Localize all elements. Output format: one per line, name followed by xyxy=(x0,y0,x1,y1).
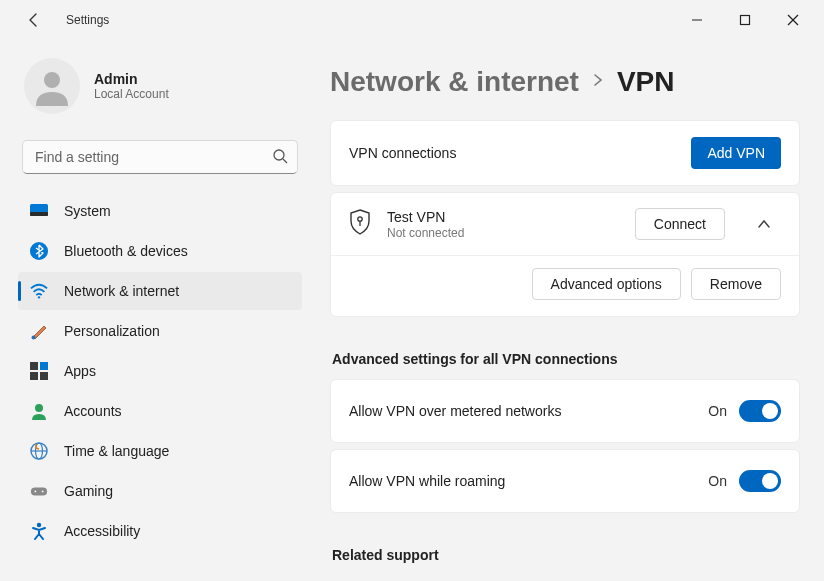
main-content: Network & internet VPN VPN connections A… xyxy=(308,40,824,581)
metered-setting-card: Allow VPN over metered networks On xyxy=(330,379,800,443)
vpn-status: Not connected xyxy=(387,226,619,240)
maximize-button[interactable] xyxy=(722,4,768,36)
apps-icon xyxy=(30,362,48,380)
sidebar-item-label: Apps xyxy=(64,363,96,379)
sidebar-item-system[interactable]: System xyxy=(18,192,302,230)
sidebar-item-network[interactable]: Network & internet xyxy=(18,272,302,310)
sidebar-item-apps[interactable]: Apps xyxy=(18,352,302,390)
vpn-connections-label: VPN connections xyxy=(349,145,456,161)
vpn-item: Test VPN Not connected Connect Advanced … xyxy=(330,192,800,317)
remove-button[interactable]: Remove xyxy=(691,268,781,300)
profile-name: Admin xyxy=(94,71,169,87)
sidebar-item-label: Bluetooth & devices xyxy=(64,243,188,259)
sidebar-item-bluetooth[interactable]: Bluetooth & devices xyxy=(18,232,302,270)
sidebar-item-time-language[interactable]: Time & language xyxy=(18,432,302,470)
metered-state-text: On xyxy=(708,403,727,419)
arrow-left-icon xyxy=(26,12,42,28)
advanced-options-button[interactable]: Advanced options xyxy=(532,268,681,300)
vpn-name: Test VPN xyxy=(387,209,619,225)
search-input[interactable] xyxy=(22,140,298,174)
sidebar-item-label: Gaming xyxy=(64,483,113,499)
close-button[interactable] xyxy=(770,4,816,36)
roaming-toggle[interactable] xyxy=(739,470,781,492)
close-icon xyxy=(787,14,799,26)
sidebar-item-label: Accessibility xyxy=(64,523,140,539)
svg-point-24 xyxy=(358,217,362,221)
back-button[interactable] xyxy=(22,8,46,32)
sidebar-item-gaming[interactable]: Gaming xyxy=(18,472,302,510)
svg-rect-14 xyxy=(30,372,38,380)
svg-point-10 xyxy=(38,296,40,298)
sidebar-item-label: Network & internet xyxy=(64,283,179,299)
svg-point-22 xyxy=(42,491,44,493)
advanced-settings-heading: Advanced settings for all VPN connection… xyxy=(332,351,800,367)
svg-rect-20 xyxy=(31,487,47,495)
add-vpn-button[interactable]: Add VPN xyxy=(691,137,781,169)
sidebar-item-accessibility[interactable]: Accessibility xyxy=(18,512,302,550)
svg-point-21 xyxy=(35,491,37,493)
sidebar-item-accounts[interactable]: Accounts xyxy=(18,392,302,430)
connect-button[interactable]: Connect xyxy=(635,208,725,240)
avatar xyxy=(24,58,80,114)
roaming-state-text: On xyxy=(708,473,727,489)
shield-icon xyxy=(349,209,371,239)
system-icon xyxy=(30,202,48,220)
person-icon xyxy=(30,402,48,420)
sidebar-item-label: Accounts xyxy=(64,403,122,419)
metered-label: Allow VPN over metered networks xyxy=(349,403,561,419)
globe-icon xyxy=(30,442,48,460)
minimize-button[interactable] xyxy=(674,4,720,36)
chevron-up-icon xyxy=(757,217,771,231)
svg-rect-8 xyxy=(30,212,48,216)
svg-point-11 xyxy=(32,336,36,340)
sidebar-item-label: Personalization xyxy=(64,323,160,339)
sidebar: Admin Local Account System Bluetooth & d… xyxy=(0,40,308,581)
gamepad-icon xyxy=(30,482,48,500)
breadcrumb-parent[interactable]: Network & internet xyxy=(330,66,579,98)
breadcrumb: Network & internet VPN xyxy=(330,66,800,98)
svg-point-23 xyxy=(37,523,41,527)
breadcrumb-current: VPN xyxy=(617,66,675,98)
expand-toggle[interactable] xyxy=(747,207,781,241)
maximize-icon xyxy=(739,14,751,26)
related-support-heading: Related support xyxy=(332,547,800,563)
sidebar-item-label: Time & language xyxy=(64,443,169,459)
svg-rect-12 xyxy=(30,362,38,370)
svg-rect-1 xyxy=(741,16,750,25)
sidebar-item-label: System xyxy=(64,203,111,219)
svg-point-16 xyxy=(35,404,43,412)
profile-subtitle: Local Account xyxy=(94,87,169,101)
minimize-icon xyxy=(691,14,703,26)
window-title: Settings xyxy=(66,13,109,27)
roaming-label: Allow VPN while roaming xyxy=(349,473,505,489)
brush-icon xyxy=(30,322,48,340)
svg-rect-13 xyxy=(40,362,48,370)
person-icon xyxy=(32,66,72,106)
sidebar-item-personalization[interactable]: Personalization xyxy=(18,312,302,350)
wifi-icon xyxy=(30,282,48,300)
accessibility-icon xyxy=(30,522,48,540)
bluetooth-icon xyxy=(30,242,48,260)
svg-rect-15 xyxy=(40,372,48,380)
vpn-connections-card: VPN connections Add VPN xyxy=(330,120,800,186)
titlebar: Settings xyxy=(0,0,824,40)
profile-block[interactable]: Admin Local Account xyxy=(18,50,302,134)
roaming-setting-card: Allow VPN while roaming On xyxy=(330,449,800,513)
chevron-right-icon xyxy=(591,73,605,91)
svg-point-4 xyxy=(44,72,60,88)
metered-toggle[interactable] xyxy=(739,400,781,422)
